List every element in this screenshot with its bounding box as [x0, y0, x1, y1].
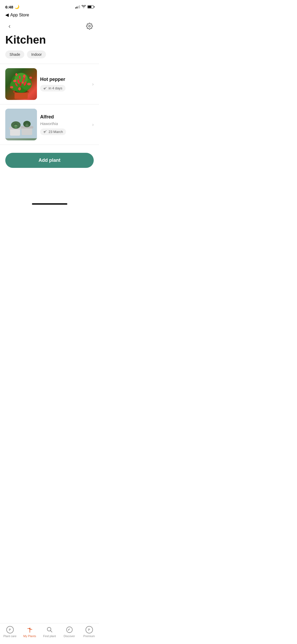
plant-name-alfred: Alfred [40, 114, 89, 120]
app-store-label: App Store [10, 13, 29, 17]
plant-item-alfred[interactable]: Alfred Haworthia 23 March › [0, 104, 99, 145]
svg-point-4 [11, 73, 31, 93]
app-store-back-arrow: ◀ [5, 12, 9, 18]
time-display: 6:48 [5, 5, 13, 9]
back-button[interactable]: ‹ [5, 22, 14, 30]
signal-icon [75, 5, 80, 8]
svg-rect-2 [13, 91, 29, 93]
next-care-alfred: 23 March [40, 128, 66, 135]
status-time: 6:48 🌙 [5, 4, 20, 9]
header: ‹ [0, 20, 99, 31]
status-bar: 6:48 🌙 [0, 0, 99, 12]
tag-shade[interactable]: Shade [5, 50, 24, 58]
chevron-right-hot-pepper: › [92, 81, 94, 87]
svg-point-15 [46, 87, 46, 88]
home-bar [32, 203, 67, 205]
plant-info-alfred: Alfred Haworthia 23 March [37, 114, 92, 135]
tags-row: Shade Indoor [0, 50, 99, 64]
svg-point-11 [23, 81, 27, 86]
battery-icon [87, 5, 94, 8]
plant-image-hot-pepper [5, 68, 37, 100]
svg-point-10 [15, 82, 18, 87]
svg-point-3 [15, 90, 28, 93]
svg-point-13 [19, 76, 21, 80]
app-store-bar[interactable]: ◀ App Store [0, 12, 99, 20]
chevron-right-alfred: › [92, 122, 94, 127]
plant-info-hot-pepper: Hot pepper in 4 days [37, 77, 92, 91]
wifi-icon [82, 5, 86, 9]
svg-rect-1 [15, 91, 28, 99]
gear-icon [86, 23, 93, 30]
svg-point-6 [21, 78, 32, 90]
svg-point-5 [10, 80, 22, 91]
settings-button[interactable] [85, 22, 94, 30]
add-plant-button[interactable]: Add plant [5, 153, 94, 168]
status-icons [75, 5, 94, 9]
svg-point-7 [15, 73, 28, 85]
svg-point-9 [22, 78, 25, 82]
watering-can-icon [43, 86, 47, 90]
next-care-label-alfred: 23 March [49, 130, 63, 134]
plant-item-hot-pepper[interactable]: Hot pepper in 4 days › [0, 64, 99, 104]
next-care-label-hot-pepper: in 4 days [49, 86, 62, 90]
plant-species-alfred: Haworthia [40, 121, 89, 126]
svg-point-8 [17, 79, 20, 84]
home-indicator [0, 203, 99, 207]
moon-icon: 🌙 [15, 4, 20, 9]
svg-point-12 [20, 82, 21, 86]
plant-image-alfred [5, 109, 37, 140]
svg-point-14 [23, 76, 26, 81]
add-plant-section: Add plant [0, 145, 99, 176]
tag-indoor[interactable]: Indoor [27, 50, 46, 58]
watering-can-icon-alfred [43, 130, 47, 134]
svg-point-0 [89, 25, 91, 27]
svg-point-23 [46, 130, 46, 131]
page-title: Kitchen [0, 31, 99, 50]
back-chevron-icon: ‹ [8, 22, 11, 30]
next-care-hot-pepper: in 4 days [40, 85, 65, 91]
plant-name-hot-pepper: Hot pepper [40, 77, 89, 82]
